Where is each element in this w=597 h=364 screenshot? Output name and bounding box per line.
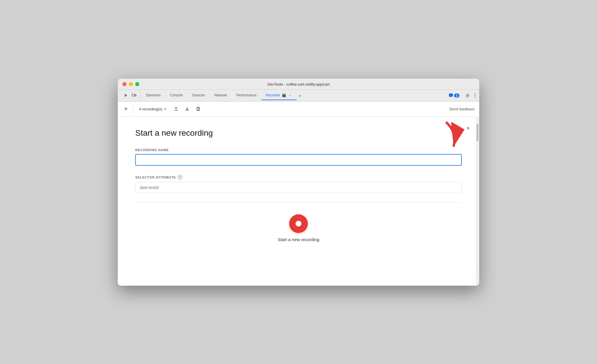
- tab-sources[interactable]: Sources: [187, 91, 210, 100]
- plus-icon: +: [124, 106, 128, 112]
- recording-name-label-text: RECORDING NAME: [135, 148, 169, 152]
- maximize-window-button[interactable]: [135, 82, 139, 86]
- scrollbar-thumb[interactable]: [477, 124, 478, 141]
- selector-attr-label-text: SELECTOR ATTRIBUTE: [135, 176, 176, 179]
- tab-elements-label: Elements: [146, 93, 161, 97]
- window-title: DevTools - coffee-cart.netlify.app/cart: [267, 82, 329, 86]
- chevron-right-icon: »: [299, 93, 301, 98]
- window-controls: [122, 82, 139, 86]
- dialog-title: Start a new recording: [135, 128, 462, 138]
- download-icon: [185, 106, 190, 112]
- selector-attr-label: SELECTOR ATTRIBUTE ?: [135, 175, 462, 180]
- comments-button[interactable]: 1: [446, 92, 462, 99]
- upload-icon: [173, 106, 179, 112]
- close-icon: ×: [466, 125, 470, 131]
- tab-performance-label: Performance: [236, 93, 257, 97]
- toolbar-divider: [133, 105, 133, 112]
- recording-name-label: RECORDING NAME: [135, 148, 462, 152]
- minimize-window-button[interactable]: [129, 82, 133, 86]
- recording-name-input[interactable]: [135, 154, 462, 166]
- tab-recorder-close[interactable]: ×: [288, 93, 292, 97]
- tab-recorder-label: Recorder: [266, 93, 280, 97]
- tab-sources-label: Sources: [192, 93, 205, 97]
- device-toolbar-icon[interactable]: [131, 92, 138, 99]
- delete-recording-button[interactable]: [194, 105, 203, 113]
- more-options-icon[interactable]: [473, 92, 477, 99]
- devtools-window: DevTools - coffee-cart.netlify.app/cart …: [118, 79, 479, 286]
- svg-point-5: [475, 95, 476, 96]
- comments-badge: 1: [454, 93, 459, 98]
- tab-console-label: Console: [170, 93, 183, 97]
- recorder-toolbar: + 4 recording(s) Send fe: [118, 102, 479, 117]
- settings-icon[interactable]: [464, 92, 471, 99]
- svg-point-6: [475, 97, 476, 98]
- tab-performance[interactable]: Performance: [232, 91, 261, 100]
- close-window-button[interactable]: [122, 82, 127, 86]
- help-icon[interactable]: ?: [178, 175, 182, 180]
- tab-network[interactable]: Network: [210, 91, 232, 100]
- add-recording-button[interactable]: +: [122, 104, 129, 114]
- recordings-count: 4 recording(s): [139, 107, 162, 111]
- svg-point-3: [467, 95, 468, 96]
- selector-attr-input[interactable]: [135, 182, 462, 193]
- recording-select[interactable]: 4 recording(s): [137, 106, 169, 112]
- tab-icon-group: [120, 90, 140, 101]
- recorder-icon: 🎬: [282, 93, 286, 97]
- svg-rect-0: [132, 94, 135, 96]
- svg-rect-1: [135, 95, 136, 96]
- send-feedback-link[interactable]: Send feedback: [449, 107, 475, 111]
- dropdown-chevron-icon: [164, 107, 167, 111]
- section-divider: [135, 202, 462, 203]
- selector-attr-group: SELECTOR ATTRIBUTE ?: [135, 175, 462, 193]
- tab-console[interactable]: Console: [165, 91, 187, 100]
- start-recording-label: Start a new recording: [278, 237, 319, 242]
- tabs-right-area: 1: [446, 92, 477, 99]
- tabs-bar: Elements Console Sources Network Perform…: [118, 90, 479, 102]
- cursor-icon[interactable]: [122, 92, 129, 99]
- close-dialog-button[interactable]: ×: [464, 124, 472, 133]
- record-btn-inner-circle: [296, 221, 301, 227]
- trash-icon: [196, 106, 201, 112]
- main-content: × Start a new recording RECORDING NAME S…: [118, 117, 479, 286]
- export-button[interactable]: [172, 105, 180, 113]
- record-area: Start a new recording: [135, 214, 462, 242]
- import-button[interactable]: [183, 105, 192, 113]
- svg-point-4: [475, 93, 476, 94]
- title-bar: DevTools - coffee-cart.netlify.app/cart: [118, 79, 479, 90]
- tab-recorder[interactable]: Recorder 🎬 ×: [261, 91, 296, 100]
- scrollbar[interactable]: [476, 117, 479, 286]
- recording-name-group: RECORDING NAME: [135, 148, 462, 166]
- tabs-more-button[interactable]: »: [296, 91, 303, 100]
- tab-network-label: Network: [214, 93, 227, 97]
- start-recording-button[interactable]: [289, 214, 308, 233]
- tab-elements[interactable]: Elements: [141, 91, 165, 100]
